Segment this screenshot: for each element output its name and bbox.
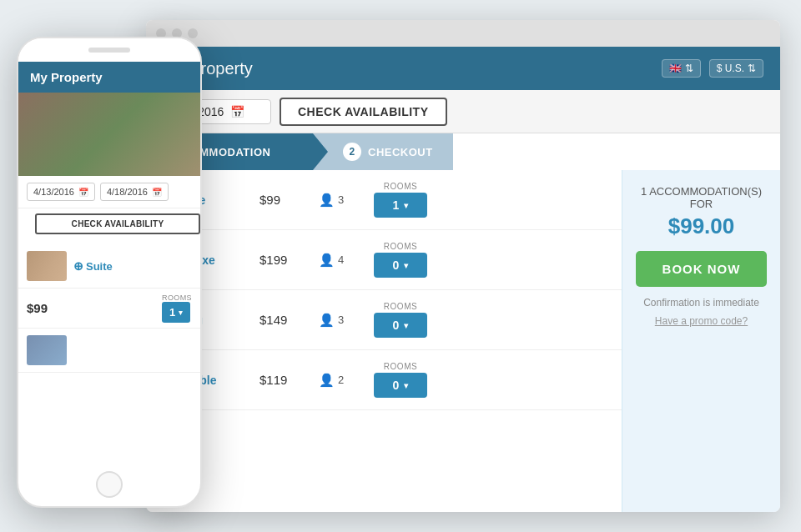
phone-mockup: My Property 4/13/2016 📅 4/18/2016 📅 CHEC… — [17, 37, 202, 508]
currency-arrows: ⇅ — [748, 63, 756, 74]
phone-hotel-image — [18, 93, 200, 176]
confirmation-text: Confirmation is immediate — [643, 297, 759, 309]
rooms-list: ⊕ Suite $99 👤 3 ROOMS 1 ▾ — [146, 170, 622, 512]
phone-calendar-from-icon: 📅 — [78, 188, 88, 197]
flag-selector[interactable]: 🇬🇧 ⇅ — [662, 59, 701, 78]
phone-room-name-label: Suite — [86, 260, 113, 273]
phone-rooms-label: ROOMS — [162, 294, 192, 302]
person-icon: 👤 — [319, 373, 335, 388]
accommodation-label: 1 ACCOMMODATION(S) FOR — [636, 185, 767, 210]
currency-selector[interactable]: $ U.S. ⇅ — [709, 59, 763, 78]
phone-calendar-to-icon: 📅 — [152, 188, 162, 197]
flag-arrows: ⇅ — [685, 63, 693, 74]
booking-sidebar: 1 ACCOMMODATION(S) FOR $99.00 BOOK NOW C… — [622, 170, 780, 512]
step-checkout-num: 2 — [343, 143, 361, 161]
phone-status-bar — [18, 38, 200, 62]
double-rooms-control: ROOMS 0 ▾ — [374, 362, 427, 398]
suite-rooms-dropdown[interactable]: 1 ▾ — [374, 193, 427, 218]
currency-label: $ U.S. — [717, 63, 744, 74]
phone-app-header: My Property — [18, 62, 200, 93]
guest-count: 2 — [338, 374, 344, 386]
king-rooms-control: ROOMS 0 ▾ — [374, 302, 427, 338]
room-double-price: $119 — [259, 373, 305, 387]
phone-room-price-row: $99 ROOMS 1 ▾ — [18, 289, 200, 329]
chevron-down-icon: ▾ — [404, 261, 408, 270]
plus-icon: ⊕ — [73, 259, 83, 273]
phone-room-row-2 — [18, 329, 200, 373]
steps-bar: ACCOMMODATION 2 CHECKOUT — [146, 133, 780, 170]
promo-code-link[interactable]: Have a promo code? — [655, 315, 748, 327]
check-availability-button[interactable]: CHECK AVAILABILITY — [280, 98, 447, 126]
phone-rooms-value: 1 — [169, 306, 175, 319]
phone-rooms-control: ROOMS 1 ▾ — [162, 294, 192, 323]
rooms-label: ROOMS — [384, 362, 417, 371]
guest-count: 3 — [338, 314, 344, 326]
chevron-down-icon: ▾ — [404, 201, 408, 210]
room-king-guests: 👤 3 — [319, 313, 360, 328]
browser-window: My Property 🇬🇧 ⇅ $ U.S. ⇅ 4/18/2016 📅 CH… — [146, 20, 780, 512]
table-row: ⊕ Suite $99 👤 3 ROOMS 1 ▾ — [146, 170, 622, 230]
phone-room-thumbnail-2 — [27, 335, 67, 365]
content-area: ⊕ Suite $99 👤 3 ROOMS 1 ▾ — [146, 170, 780, 512]
browser-titlebar — [146, 20, 780, 47]
room-king-price: $149 — [259, 313, 305, 327]
king-rooms-dropdown[interactable]: 0 ▾ — [374, 313, 427, 338]
calendar-icon[interactable]: 📅 — [230, 105, 244, 118]
phone-room-row: ⊕ Suite — [18, 244, 200, 289]
phone-checkin-date[interactable]: 4/13/2016 📅 — [27, 183, 95, 201]
book-now-button[interactable]: BOOK NOW — [636, 251, 767, 287]
chevron-down-icon: ▾ — [404, 381, 408, 390]
table-row: ⊕ Double $119 👤 2 ROOMS 0 ▾ — [146, 350, 622, 410]
guest-count: 4 — [338, 253, 344, 266]
step-checkout[interactable]: 2 CHECKOUT — [313, 133, 453, 170]
phone-rooms-dropdown[interactable]: 1 ▾ — [162, 302, 190, 323]
double-rooms-dropdown[interactable]: 0 ▾ — [374, 373, 427, 398]
double-rooms-value: 0 — [393, 379, 400, 392]
room-deluxe-price: $199 — [259, 253, 305, 267]
room-suite-price: $99 — [259, 193, 305, 207]
phone-checkout-date[interactable]: 4/18/2016 📅 — [100, 183, 169, 201]
phone-check-btn-wrap: CHECK AVAILABILITY — [18, 213, 200, 244]
deluxe-rooms-control: ROOMS 0 ▾ — [374, 242, 427, 278]
deluxe-rooms-dropdown[interactable]: 0 ▾ — [374, 253, 427, 278]
phone-check-availability-button[interactable]: CHECK AVAILABILITY — [35, 213, 200, 234]
rooms-label: ROOMS — [384, 242, 417, 251]
person-icon: 👤 — [319, 313, 335, 328]
browser-dot-max — [188, 28, 198, 38]
table-row: ⊕ King $149 👤 3 ROOMS 0 ▾ — [146, 290, 622, 350]
room-double-guests: 👤 2 — [319, 373, 360, 388]
header-right: 🇬🇧 ⇅ $ U.S. ⇅ — [662, 59, 763, 78]
phone-room-thumb-inner — [27, 251, 67, 281]
suite-rooms-control: ROOMS 1 ▾ — [374, 182, 427, 218]
chevron-down-icon: ▾ — [404, 321, 408, 330]
phone-room-thumbnail — [27, 251, 67, 281]
suite-rooms-value: 1 — [393, 198, 400, 212]
phone-speaker — [88, 48, 130, 53]
phone-checkin-value: 4/13/2016 — [33, 187, 74, 197]
rooms-label: ROOMS — [384, 182, 417, 191]
king-rooms-value: 0 — [393, 319, 400, 332]
flag-icon: 🇬🇧 — [669, 63, 682, 74]
room-suite-guests: 👤 3 — [319, 193, 360, 208]
phone-checkout-value: 4/18/2016 — [107, 187, 148, 197]
phone-room-price: $99 — [27, 301, 48, 315]
date-bar: 4/18/2016 📅 CHECK AVAILABILITY — [146, 90, 780, 133]
phone-home-button[interactable] — [96, 471, 123, 498]
person-icon: 👤 — [319, 193, 335, 208]
accommodation-price: $99.00 — [668, 213, 735, 239]
guest-count: 3 — [338, 193, 344, 206]
step-checkout-label: CHECKOUT — [368, 146, 433, 158]
table-row: ⊕ Deluxe $199 👤 4 ROOMS 0 ▾ — [146, 230, 622, 290]
step-accommodation-label2: MODATION — [209, 146, 271, 158]
phone-date-row: 4/13/2016 📅 4/18/2016 📅 — [18, 176, 200, 208]
phone-chevron-down-icon: ▾ — [179, 309, 183, 317]
phone-room-suite-link[interactable]: ⊕ Suite — [73, 259, 113, 273]
room-deluxe-guests: 👤 4 — [319, 253, 360, 268]
phone-app-title: My Property — [30, 70, 103, 84]
deluxe-rooms-value: 0 — [393, 258, 400, 272]
person-icon: 👤 — [319, 253, 335, 268]
rooms-label: ROOMS — [384, 302, 417, 311]
app-header: My Property 🇬🇧 ⇅ $ U.S. ⇅ — [146, 47, 780, 90]
